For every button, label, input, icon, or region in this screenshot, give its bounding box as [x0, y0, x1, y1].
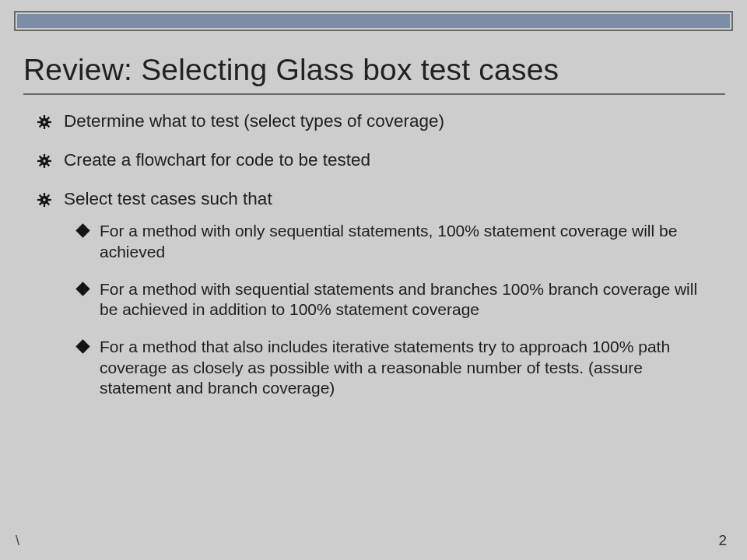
- bullet-item: Determine what to test (select types of …: [37, 110, 716, 132]
- bullet-text: Create a flowchart for code to be tested: [64, 149, 716, 171]
- header-bar: [14, 11, 733, 31]
- svg-rect-21: [44, 193, 45, 197]
- sub-bullet-text: For a method with only sequential statem…: [100, 221, 716, 262]
- svg-point-19: [43, 159, 45, 162]
- svg-rect-11: [44, 154, 45, 158]
- svg-rect-3: [37, 121, 41, 123]
- header-bar-fill: [17, 14, 730, 28]
- svg-rect-4: [48, 121, 52, 123]
- sub-bullet-text: For a method that also includes iterativ…: [100, 337, 716, 398]
- sub-bullet-text: For a method with sequential statements …: [100, 279, 716, 320]
- sub-bullet-item: For a method with only sequential statem…: [76, 221, 716, 262]
- bullet-text: Determine what to test (select types of …: [64, 110, 716, 132]
- footer-left-mark: \: [16, 533, 19, 549]
- bullet-text: Select test cases such that: [64, 188, 716, 210]
- svg-rect-24: [48, 199, 52, 201]
- gear-icon: [37, 149, 64, 171]
- svg-rect-23: [37, 199, 41, 201]
- slide-title: Review: Selecting Glass box test cases: [23, 53, 725, 87]
- diamond-icon: [76, 279, 100, 320]
- bullet-item: Select test cases such that: [37, 188, 716, 210]
- svg-rect-2: [44, 126, 45, 130]
- diamond-icon: [76, 337, 100, 398]
- sub-bullet-item: For a method with sequential statements …: [76, 279, 716, 320]
- title-container: Review: Selecting Glass box test cases: [23, 53, 725, 87]
- svg-point-9: [43, 121, 45, 123]
- svg-point-29: [43, 199, 45, 201]
- svg-rect-13: [37, 160, 41, 162]
- svg-rect-12: [44, 165, 45, 169]
- page-number: 2: [718, 532, 727, 549]
- title-underline: [23, 93, 725, 95]
- gear-icon: [37, 110, 64, 132]
- slide-body: Determine what to test (select types of …: [37, 110, 716, 398]
- svg-rect-14: [48, 160, 52, 162]
- sub-bullet-group: For a method with only sequential statem…: [76, 221, 716, 398]
- bullet-item: Create a flowchart for code to be tested: [37, 149, 716, 171]
- svg-rect-1: [44, 115, 45, 119]
- gear-icon: [37, 188, 64, 210]
- diamond-icon: [76, 221, 100, 262]
- svg-rect-22: [44, 204, 45, 208]
- sub-bullet-item: For a method that also includes iterativ…: [76, 337, 716, 398]
